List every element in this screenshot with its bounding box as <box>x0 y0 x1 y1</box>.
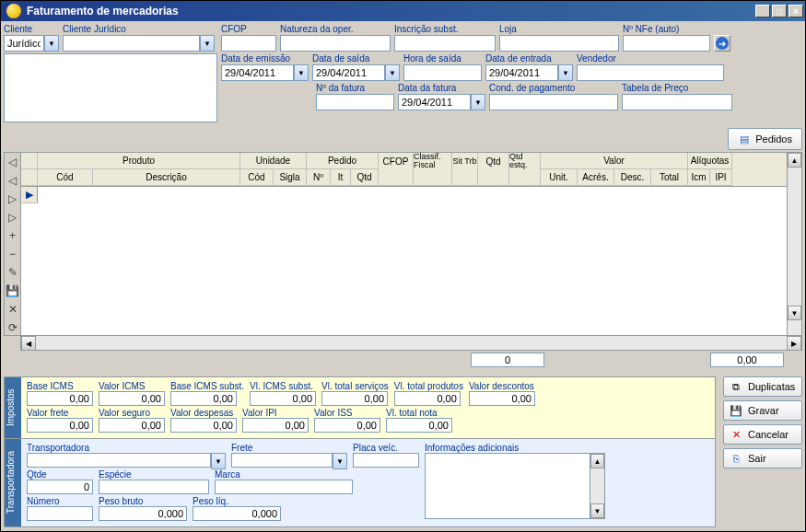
col-group-produto: Produto <box>38 153 240 169</box>
cfop-input[interactable] <box>221 35 276 52</box>
vendedor-label: Vendedor <box>577 53 724 64</box>
info-label: Informações adicionais <box>425 443 605 453</box>
vl-icms-subst-input[interactable] <box>250 391 316 406</box>
app-icon <box>6 4 21 18</box>
gravar-button[interactable]: 💾Gravar <box>723 400 802 421</box>
data-emissao-input[interactable] <box>221 64 294 81</box>
data-entrada-input[interactable] <box>485 64 558 81</box>
valor-ipi-input[interactable] <box>242 418 309 433</box>
cliente-select[interactable] <box>4 35 44 52</box>
gravar-label: Gravar <box>748 405 779 416</box>
pedidos-button[interactable]: ▤ Pedidos <box>728 128 802 150</box>
minimize-button[interactable]: _ <box>755 5 770 17</box>
data-saida-label: Data de saída <box>312 53 400 64</box>
close-button[interactable]: × <box>788 5 803 17</box>
tabela-preco-input[interactable] <box>622 94 732 110</box>
grid-first-button[interactable]: ◁ <box>6 155 19 169</box>
marca-input[interactable] <box>215 480 353 494</box>
vl-total-produtos-input[interactable] <box>394 391 461 406</box>
numero-label: Número <box>27 496 93 506</box>
grid-add-button[interactable]: + <box>6 228 19 243</box>
col-cfop: CFOP <box>379 153 414 169</box>
base-icms-input[interactable] <box>27 391 93 406</box>
valor-descontos-input[interactable] <box>469 391 535 406</box>
grid-edit-button[interactable]: ✎ <box>6 265 19 280</box>
col-acres: Acrés. <box>578 169 614 186</box>
duplicatas-button[interactable]: ⧉Duplicatas <box>723 376 802 397</box>
scroll-left-icon[interactable]: ◀ <box>21 336 36 351</box>
vendedor-input[interactable] <box>577 64 724 81</box>
valor-seguro-input[interactable] <box>99 418 165 433</box>
impostos-tab[interactable]: Impostos <box>5 377 21 438</box>
cancelar-button[interactable]: ✕Cancelar <box>723 424 802 445</box>
cliente-dropdown-btn[interactable]: ▼ <box>44 35 59 52</box>
cliente-juridico-dropdown-btn[interactable]: ▼ <box>200 35 215 52</box>
arrow-right-icon: ➔ <box>716 37 729 50</box>
numero-input[interactable] <box>27 506 93 521</box>
scroll-right-icon[interactable]: ▶ <box>787 336 801 351</box>
col-desc: Desc. <box>614 169 651 186</box>
col-group-valor: Valor <box>541 153 688 169</box>
grid-hscroll[interactable]: ◀ ▶ <box>20 336 802 351</box>
valor-despesas-input[interactable] <box>170 418 237 433</box>
valor-frete-input[interactable] <box>27 418 93 433</box>
base-icms-subst-input[interactable] <box>170 391 237 406</box>
natureza-input[interactable] <box>280 35 391 52</box>
cancelar-label: Cancelar <box>748 429 788 440</box>
grid-cancel-button[interactable]: ✕ <box>6 302 19 317</box>
frete-label: Frete <box>231 443 347 453</box>
frete-dd[interactable]: ▼ <box>333 453 347 469</box>
cond-pagto-input[interactable] <box>489 94 618 110</box>
nfe-input[interactable] <box>623 35 710 52</box>
row-indicator[interactable]: ▶ <box>21 187 38 203</box>
grid-prev-button[interactable]: ◁ <box>6 173 19 188</box>
tabela-preco-label: Tabela de Preço <box>622 83 732 93</box>
valor-iss-input[interactable] <box>314 418 380 433</box>
valor-icms-input[interactable] <box>99 391 165 406</box>
cliente-juridico-label: Cliente Jurídico <box>63 24 215 34</box>
ta-scroll-down[interactable]: ▼ <box>590 503 604 518</box>
especie-input[interactable] <box>99 480 209 494</box>
transportadora-tab[interactable]: Transportadora <box>5 439 21 526</box>
especie-label: Espécie <box>99 469 209 480</box>
data-saida-dd[interactable]: ▼ <box>385 64 400 81</box>
data-emissao-dd[interactable]: ▼ <box>294 64 309 81</box>
ta-scroll-up[interactable]: ▲ <box>590 454 604 468</box>
data-fatura-dd[interactable]: ▼ <box>471 94 485 110</box>
frete-input[interactable] <box>231 453 333 468</box>
col-group-aliquotas: Alíquotas <box>688 153 732 169</box>
data-entrada-dd[interactable]: ▼ <box>558 64 573 81</box>
hora-saida-label: Hora de saída <box>403 53 482 64</box>
qtde-input[interactable] <box>27 480 93 494</box>
grid-last-button[interactable]: ▷ <box>6 210 19 225</box>
data-fatura-input[interactable] <box>398 94 471 110</box>
grid-vscroll[interactable]: ▲ ▼ <box>787 153 801 335</box>
col-ipi: IPI <box>710 169 732 186</box>
grid-remove-button[interactable]: − <box>6 247 19 261</box>
go-button[interactable]: ➔ <box>714 35 730 52</box>
transportadora-input[interactable] <box>27 453 211 468</box>
peso-liq-input[interactable] <box>193 506 281 521</box>
scroll-up-icon[interactable]: ▲ <box>788 153 801 168</box>
transportadora-dd[interactable]: ▼ <box>211 453 226 469</box>
valor-despesas-label: Valor despesas <box>170 408 237 418</box>
valor-ipi-label: Valor IPI <box>242 408 309 418</box>
hora-saida-input[interactable] <box>403 64 482 81</box>
peso-bruto-input[interactable] <box>99 506 187 521</box>
grid-next-button[interactable]: ▷ <box>6 191 19 206</box>
vl-total-nota-input[interactable] <box>386 418 452 433</box>
placa-input[interactable] <box>353 453 419 468</box>
data-saida-input[interactable] <box>312 64 385 81</box>
scroll-down-icon[interactable]: ▼ <box>788 306 801 320</box>
grid-refresh-button[interactable]: ⟳ <box>6 320 19 335</box>
inscricao-input[interactable] <box>394 35 496 52</box>
grid-save-button[interactable]: 💾 <box>6 283 19 298</box>
cliente-juridico-select[interactable] <box>63 35 200 52</box>
sair-button[interactable]: ⎘Sair <box>723 448 802 468</box>
maximize-button[interactable]: □ <box>772 5 787 17</box>
pedidos-label: Pedidos <box>755 133 792 145</box>
vl-total-servicos-input[interactable] <box>321 391 388 406</box>
nfatura-input[interactable] <box>316 94 394 110</box>
loja-input[interactable] <box>499 35 619 52</box>
info-textarea[interactable] <box>425 453 590 519</box>
